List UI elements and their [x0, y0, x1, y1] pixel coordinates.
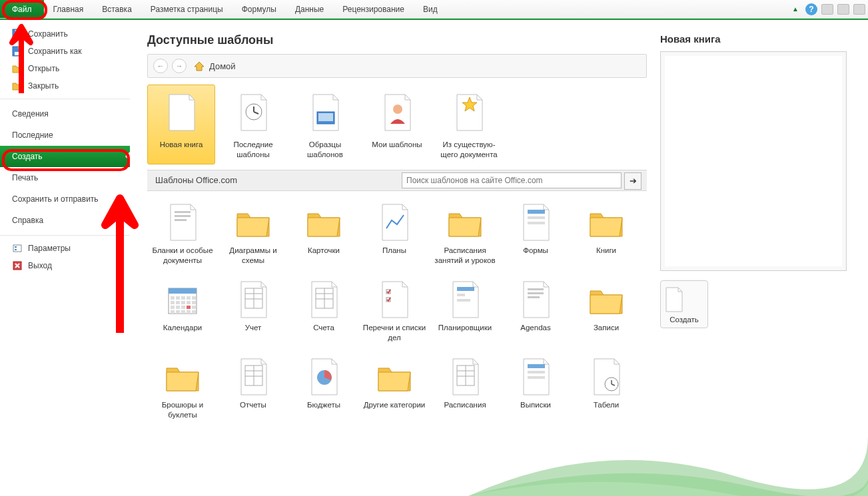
category-label: Бюджеты	[290, 400, 358, 429]
home-icon[interactable]	[193, 60, 205, 72]
sidebar-item-help[interactable]: Справка	[0, 210, 130, 231]
category-icon	[446, 358, 484, 396]
create-button[interactable]: Создать	[660, 280, 708, 328]
svg-rect-17	[528, 216, 545, 219]
category-tile[interactable]: Выписки	[500, 355, 571, 432]
window-close-button[interactable]	[853, 4, 865, 15]
category-tile[interactable]: Брошюры и буклеты	[147, 355, 218, 432]
section-label: Шаблоны Office.com	[155, 175, 237, 185]
tab-view[interactable]: Вид	[414, 0, 447, 18]
category-tile[interactable]: Счета	[288, 278, 359, 355]
category-icon	[375, 203, 414, 242]
svg-rect-22	[176, 296, 180, 300]
exit-icon	[12, 260, 23, 271]
tab-data[interactable]: Данные	[286, 0, 333, 18]
category-icon	[304, 203, 343, 242]
category-icon	[163, 280, 202, 319]
preview-heading: Новая книга	[660, 33, 853, 45]
window-minimize-button[interactable]	[821, 4, 833, 15]
sidebar-item-options[interactable]: Параметры	[0, 240, 130, 257]
category-tile[interactable]: Формы	[500, 200, 571, 278]
nav-back-button[interactable]: ←	[153, 59, 168, 73]
svg-rect-41	[187, 306, 191, 309]
category-tile[interactable]: Бюджеты	[288, 355, 359, 432]
sidebar-item-recent[interactable]: Последние	[0, 124, 130, 146]
svg-rect-53	[457, 294, 465, 296]
sidebar-item-label: Сведения	[12, 109, 49, 119]
template-tile[interactable]: Из существую-щего документа	[435, 85, 503, 164]
sidebar-item-close[interactable]: Закрыть	[0, 77, 130, 95]
nav-forward-button[interactable]: →	[172, 59, 187, 73]
template-tile[interactable]: Последние шаблоны	[219, 85, 287, 164]
svg-rect-13	[175, 211, 191, 213]
svg-rect-40	[192, 310, 196, 314]
svg-rect-57	[528, 296, 540, 298]
category-label: Табели	[572, 400, 640, 429]
category-tile[interactable]: Планировщики	[430, 278, 500, 355]
category-icon	[163, 203, 202, 242]
category-label: Agendas	[502, 323, 570, 352]
category-icon	[587, 203, 626, 242]
category-tile[interactable]: Расписания занятий и уроков	[430, 200, 500, 278]
template-tile[interactable]: Мои шаблоны	[363, 85, 431, 164]
category-tile[interactable]: Записи	[571, 278, 642, 355]
sidebar-item-exit[interactable]: Выход	[0, 257, 130, 274]
svg-rect-36	[171, 310, 175, 314]
sidebar-item-label: Параметры	[28, 244, 71, 253]
template-search-input[interactable]	[402, 172, 622, 188]
category-icon	[234, 280, 272, 319]
sidebar-item-label: Справка	[12, 216, 43, 225]
sidebar-item-saveas[interactable]: Сохранить как	[0, 43, 130, 60]
category-icon	[304, 280, 343, 319]
sidebar-item-print[interactable]: Печать	[0, 167, 130, 188]
svg-rect-11	[318, 113, 333, 121]
template-tile[interactable]: Новая книга	[147, 85, 215, 164]
svg-rect-14	[175, 215, 191, 217]
template-tile[interactable]: Образцы шаблонов	[291, 85, 359, 164]
category-tile[interactable]: Бланки и особые документы	[147, 200, 218, 278]
folder-open-icon	[12, 63, 23, 74]
sidebar-item-label: Закрыть	[28, 81, 59, 91]
category-tile[interactable]: Карточки	[288, 200, 359, 278]
svg-rect-37	[176, 310, 180, 314]
category-icon	[234, 203, 272, 242]
tab-formulas[interactable]: Формулы	[232, 0, 286, 18]
template-icon	[160, 89, 203, 136]
sidebar-item-info[interactable]: Сведения	[0, 103, 130, 124]
category-label: Записи	[572, 323, 640, 352]
category-tile[interactable]: Другие категории	[359, 355, 430, 432]
breadcrumb-home[interactable]: Домой	[209, 61, 236, 71]
window-restore-button[interactable]	[837, 4, 849, 15]
category-icon	[587, 358, 626, 396]
ribbon-minimize-icon[interactable]: ▲	[792, 5, 799, 13]
sidebar-item-save-send[interactable]: Сохранить и отправить	[0, 188, 130, 210]
tab-home[interactable]: Главная	[44, 0, 93, 18]
category-tile[interactable]: Учет	[218, 278, 288, 355]
category-tile[interactable]: Перечни и списки дел	[359, 278, 430, 355]
sidebar-item-new[interactable]: Создать	[0, 146, 130, 167]
sidebar-item-label: Последние	[12, 130, 53, 140]
template-icon	[304, 89, 346, 136]
svg-rect-35	[192, 306, 196, 309]
category-tile[interactable]: Расписания	[430, 355, 500, 432]
category-tile[interactable]: Планы	[359, 200, 430, 278]
tab-review[interactable]: Рецензирование	[333, 0, 414, 18]
category-tile[interactable]: Табели	[571, 355, 642, 432]
tab-pagelayout[interactable]: Разметка страницы	[141, 0, 232, 18]
sidebar-item-open[interactable]: Открыть	[0, 60, 130, 77]
category-label: Диаграммы и схемы	[219, 246, 287, 275]
category-tile[interactable]: Диаграммы и схемы	[218, 200, 288, 278]
category-tile[interactable]: Отчеты	[218, 355, 288, 432]
category-tile[interactable]: Книги	[571, 200, 642, 278]
sidebar-item-label: Сохранить как	[28, 47, 81, 56]
svg-rect-33	[181, 306, 185, 309]
svg-rect-55	[528, 288, 544, 290]
category-tile[interactable]: Календари	[147, 278, 218, 355]
tab-file[interactable]: Файл	[0, 0, 44, 18]
category-tile[interactable]: Agendas	[500, 278, 571, 355]
tab-insert[interactable]: Вставка	[93, 0, 141, 18]
template-search-go-button[interactable]: ➔	[624, 172, 642, 190]
sidebar-item-save[interactable]: Сохранить	[0, 25, 130, 43]
help-button[interactable]: ?	[805, 3, 817, 15]
svg-rect-27	[176, 301, 180, 304]
